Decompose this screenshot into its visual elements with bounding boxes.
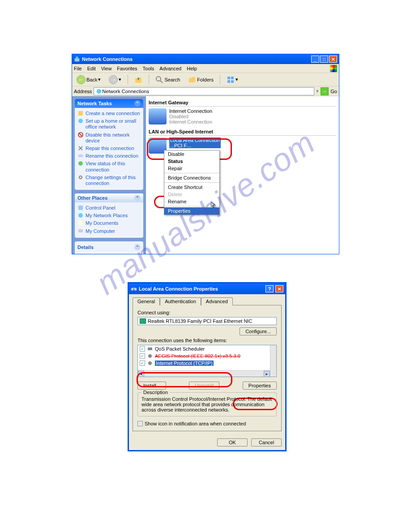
back-button[interactable]: ←Back ▾ (74, 74, 103, 85)
ctx-shortcut[interactable]: Create Shortcut (164, 184, 219, 191)
tab-advanced[interactable]: Advanced (201, 297, 233, 305)
lac-properties-dialog: Local Area Connection Properties ? ✕ Gen… (128, 282, 287, 451)
help-button[interactable]: ? (265, 285, 274, 292)
sidebar-item-setup-network[interactable]: Set up a home or small office network (77, 117, 141, 131)
panel-header[interactable]: Details⌃ (77, 244, 141, 250)
scroll-right-icon[interactable]: ► (264, 371, 270, 377)
connection-status: Disabled (169, 114, 212, 119)
details-panel: Details⌃ Local Area Connection LAN or Hi… (75, 241, 143, 254)
main-pane: Internet Gateway Internet Connection Dis… (146, 96, 339, 254)
sidebar-item-my-computer[interactable]: My Computer (77, 227, 141, 235)
cursor-icon (211, 202, 216, 209)
list-item[interactable]: ✓ AEGIS Protocol (IEEE 802.1x) v3.5.3.0 (138, 352, 276, 360)
group-lan: LAN or High-Speed Internet (149, 128, 336, 136)
search-button[interactable]: Search (153, 75, 183, 85)
cancel-button[interactable]: Cancel (251, 438, 282, 446)
window-title: Network Connections (82, 56, 133, 62)
minimize-button[interactable]: _ (311, 56, 319, 63)
svg-rect-22 (148, 348, 152, 350)
addressbar: Address Network Connections ▾ → Go (72, 86, 339, 96)
svg-point-23 (148, 354, 152, 358)
description-text: Transmission Control Protocol/Internet P… (141, 396, 273, 412)
configure-button[interactable]: Configure... (240, 327, 277, 335)
checkbox[interactable]: ✓ (140, 346, 145, 352)
connection-name: Internet Connection (169, 108, 212, 114)
show-icon-checkbox[interactable] (137, 421, 143, 426)
go-button[interactable]: → (321, 87, 329, 95)
titlebar[interactable]: Network Connections _ □ ✕ (72, 54, 339, 64)
settings-icon (77, 174, 84, 180)
folders-button[interactable]: Folders (185, 75, 216, 85)
protocol-icon (147, 360, 153, 366)
close-button[interactable]: ✕ (329, 56, 337, 63)
repair-icon (77, 145, 84, 151)
svg-rect-6 (227, 80, 230, 83)
menu-tools[interactable]: Tools (143, 66, 154, 71)
sidebar-item-change-settings[interactable]: Change settings of this connection (77, 174, 141, 187)
ctx-status[interactable]: Status (164, 158, 219, 165)
items-listbox[interactable]: ✓ QoS Packet Scheduler ✓ AEGIS Protocol … (137, 345, 277, 377)
menu-edit[interactable]: Edit (87, 66, 96, 71)
tab-general[interactable]: General (133, 297, 160, 305)
ctx-bridge[interactable]: Bridge Connections (164, 174, 219, 181)
up-button[interactable] (132, 75, 145, 85)
sidebar-item-view-status[interactable]: View status of this connection (77, 160, 141, 173)
connection-item-internet[interactable]: Internet Connection Disabled Internet Co… (149, 108, 336, 124)
scroll-left-icon[interactable]: ◄ (138, 371, 144, 377)
forward-button[interactable]: → ▾ (106, 74, 124, 85)
ctx-disable[interactable]: Disable (164, 150, 219, 158)
svg-rect-9 (78, 111, 83, 116)
checkbox[interactable]: ✓ (140, 360, 145, 366)
network-tasks-panel: Network Tasks⌃ Create a new connection S… (75, 99, 143, 190)
sidebar-item-rename[interactable]: Rename this connection (77, 152, 141, 160)
svg-rect-18 (78, 229, 83, 232)
show-icon-label: Show icon in notification area when conn… (145, 421, 246, 426)
sidebar-item-disable-device[interactable]: Disable this network device (77, 131, 141, 145)
description-label: Description (141, 390, 170, 395)
svg-line-3 (160, 81, 163, 83)
disable-icon (77, 132, 84, 138)
network-icon (96, 88, 102, 94)
ok-button[interactable]: OK (217, 438, 248, 446)
folders-icon (188, 76, 196, 84)
scrollbar-vertical[interactable] (270, 345, 276, 377)
items-label: This connection uses the following items… (137, 338, 277, 343)
menu-advanced[interactable]: Advanced (159, 66, 181, 71)
address-field[interactable]: Network Connections (94, 87, 314, 95)
panel-header[interactable]: Network Tasks⌃ (75, 99, 143, 108)
scrollbar-horizontal[interactable]: ◄ ► (138, 370, 270, 377)
menu-favorites[interactable]: Favorites (117, 66, 137, 71)
panel-header[interactable]: Other Places⌃ (75, 193, 143, 202)
menu-file[interactable]: File (74, 66, 82, 71)
connection-info: Internet Connection (169, 119, 212, 124)
network-places-icon (77, 212, 84, 219)
ctx-repair[interactable]: Repair (164, 165, 219, 172)
connect-using-label: Connect using: (137, 310, 277, 315)
views-button[interactable]: ▾ (224, 75, 241, 85)
sidebar-item-create-connection[interactable]: Create a new connection (77, 110, 141, 117)
install-button[interactable]: Install... (137, 382, 166, 390)
sidebar-item-repair[interactable]: Repair this connection (77, 145, 141, 152)
computer-icon (77, 228, 84, 234)
windows-logo-icon (330, 65, 337, 72)
titlebar[interactable]: Local Area Connection Properties ? ✕ (129, 283, 285, 294)
list-item-tcpip[interactable]: ✓ Internet Protocol (TCP/IP) (138, 360, 276, 367)
search-icon (155, 76, 163, 84)
documents-icon (77, 220, 84, 226)
tab-authentication[interactable]: Authentication (160, 297, 201, 305)
sidebar-item-control-panel[interactable]: Control Panel (77, 204, 141, 212)
sidebar-item-network-places[interactable]: My Network Places (77, 212, 141, 219)
list-item[interactable]: ✓ QoS Packet Scheduler (138, 345, 276, 352)
menu-view[interactable]: View (101, 66, 112, 71)
checkbox[interactable]: ✓ (140, 353, 145, 359)
svg-rect-7 (231, 80, 234, 83)
tab-body: Connect using: Realtek RTL8139 Family PC… (133, 305, 282, 431)
menu-help[interactable]: Help (187, 66, 197, 71)
close-button[interactable]: ✕ (275, 285, 283, 292)
properties-button[interactable]: Properties (243, 382, 277, 390)
other-places-panel: Other Places⌃ Control Panel My Network P… (75, 193, 143, 238)
sidebar: Network Tasks⌃ Create a new connection S… (72, 96, 146, 254)
maximize-button[interactable]: □ (320, 56, 328, 63)
sidebar-item-my-documents[interactable]: My Documents (77, 219, 141, 227)
nic-field[interactable]: Realtek RTL8139 Family PCI Fast Ethernet… (137, 317, 277, 325)
